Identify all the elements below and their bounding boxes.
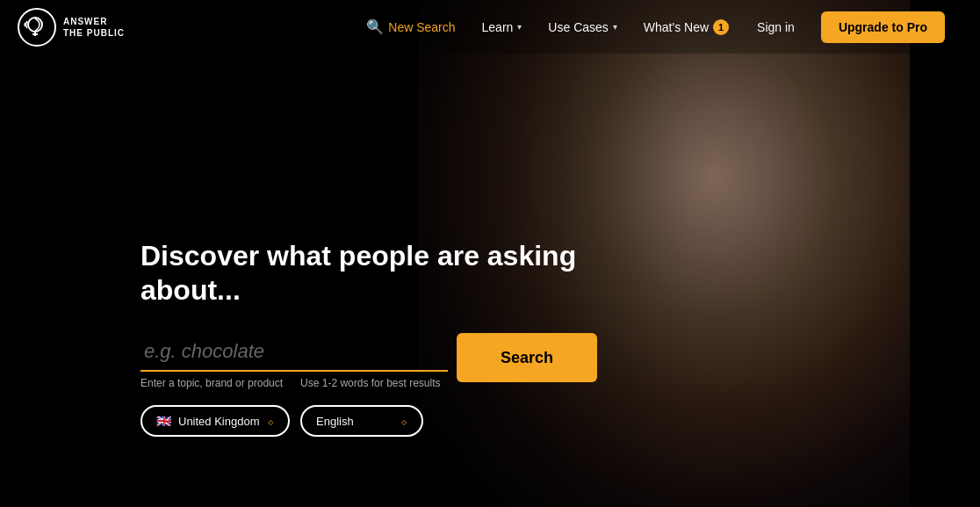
language-select[interactable]: English French German Spanish: [316, 415, 393, 428]
whats-new-label: What's New: [644, 20, 709, 34]
learn-chevron-icon: ▾: [517, 22, 522, 32]
search-input[interactable]: [141, 333, 448, 372]
use-cases-nav-item[interactable]: Use Cases ▾: [537, 15, 627, 40]
learn-nav-item[interactable]: Learn ▾: [472, 15, 533, 40]
learn-label: Learn: [482, 20, 514, 34]
search-section: Enter a topic, brand or product Use 1-2 …: [141, 333, 597, 389]
upgrade-button[interactable]: Upgrade to Pro: [821, 11, 945, 43]
search-button[interactable]: Search: [457, 333, 597, 382]
logo-icon: [18, 8, 56, 47]
whats-new-nav-item[interactable]: What's New 1: [633, 14, 739, 40]
whats-new-badge: 1: [713, 19, 729, 35]
search-hints: Enter a topic, brand or product Use 1-2 …: [141, 377, 448, 389]
new-search-label: New Search: [388, 20, 455, 34]
language-dropdown-wrapper: English French German Spanish ⬦: [300, 405, 423, 437]
hero-content: Discover what people are asking about...…: [141, 239, 597, 437]
navbar: ANSWER THE PUBLIC 🔍 New Search Learn ▾ U…: [0, 0, 980, 54]
use-cases-label: Use Cases: [548, 20, 608, 34]
search-hint-1: Enter a topic, brand or product: [141, 377, 283, 389]
country-flag-icon: 🇬🇧: [156, 414, 171, 428]
search-hint-2: Use 1-2 words for best results: [300, 377, 440, 389]
new-search-nav-item[interactable]: 🔍 New Search: [356, 13, 465, 40]
country-select[interactable]: United Kingdom United States Australia C…: [178, 415, 260, 428]
country-dropdown-wrapper: 🇬🇧 United Kingdom United States Australi…: [141, 405, 290, 437]
search-icon: 🔍: [366, 18, 384, 35]
search-input-wrapper: Enter a topic, brand or product Use 1-2 …: [141, 333, 448, 389]
use-cases-chevron-icon: ▾: [613, 22, 617, 32]
language-chevron-icon: ⬦: [400, 414, 407, 428]
country-chevron-icon: ⬦: [267, 414, 274, 428]
logo[interactable]: ANSWER THE PUBLIC: [18, 8, 125, 47]
logo-svg: [24, 14, 50, 40]
logo-text: ANSWER THE PUBLIC: [63, 16, 125, 39]
sign-in-button[interactable]: Sign in: [745, 15, 807, 40]
search-options: 🇬🇧 United Kingdom United States Australi…: [141, 405, 597, 437]
hero-title: Discover what people are asking about...: [141, 239, 597, 307]
nav-links: 🔍 New Search Learn ▾ Use Cases ▾ What's …: [356, 11, 945, 43]
